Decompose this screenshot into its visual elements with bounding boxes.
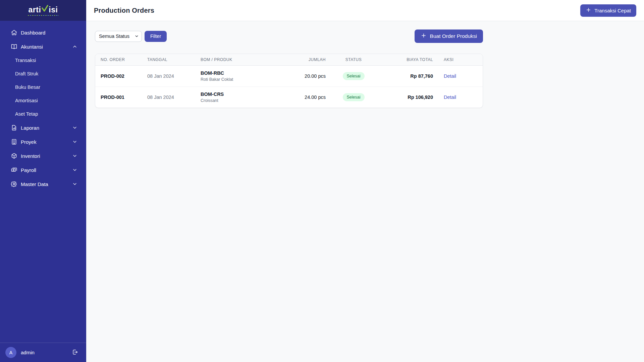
logout-button[interactable] <box>72 349 78 356</box>
gear-icon <box>11 181 17 187</box>
toolbar: Semua Status Filter Buat Order Produks <box>95 29 483 43</box>
page-content: Semua Status Filter Buat Order Produks <box>86 21 644 362</box>
status-filter-wrap: Semua Status <box>95 31 142 42</box>
filter-button[interactable]: Filter <box>145 31 167 42</box>
produk-name: Roti Bakar Coklat <box>201 77 289 82</box>
sidebar-item-laporan[interactable]: Laporan <box>0 121 86 135</box>
sidebar-item-label: Laporan <box>21 125 39 131</box>
sidebar: arti isi Dashboard <box>0 0 86 362</box>
chevron-up-icon <box>72 44 77 49</box>
sidebar-item-label: Proyek <box>21 139 37 145</box>
col-header-bom-produk: BOM / PRODUK <box>195 54 294 66</box>
chevron-down-icon <box>72 139 77 144</box>
cell-biaya-total: Rp 106,920 <box>376 87 438 108</box>
logout-icon <box>72 349 78 356</box>
cell-aksi: Detail <box>438 87 483 108</box>
app-window: arti isi Dashboard <box>0 0 644 362</box>
sidebar-item-payroll[interactable]: Payroll <box>0 163 86 177</box>
cell-bom-produk: BOM-RBC Roti Bakar Coklat <box>195 66 294 87</box>
page-title: Production Orders <box>94 7 154 14</box>
building-icon <box>11 138 17 145</box>
table-row: PROD-001 08 Jan 2024 BOM-CRS Croissant 2… <box>95 87 483 108</box>
logo-tagline <box>28 15 59 16</box>
bom-code: BOM-CRS <box>201 92 289 97</box>
status-badge: Selesai <box>343 72 365 80</box>
akuntansi-submenu: Transaksi Draft Struk Buku Besar Amortis… <box>0 54 86 121</box>
col-header-biaya-total: BIAYA TOTAL <box>376 54 438 66</box>
orders-table-card: NO. ORDER TANGGAL BOM / PRODUK JUMLAH ST… <box>95 54 483 108</box>
sidebar-item-dashboard[interactable]: Dashboard <box>0 25 86 40</box>
logo-text: arti isi <box>29 5 58 14</box>
chevron-down-icon <box>72 167 77 173</box>
transaksi-cepat-label: Transaksi Cepat <box>594 8 631 13</box>
status-badge: Selesai <box>343 93 365 102</box>
sidebar-item-label: Inventori <box>21 153 40 159</box>
col-header-jumlah: JUMLAH <box>294 54 331 66</box>
col-header-aksi: AKSI <box>438 54 483 66</box>
cell-jumlah: 20.00 pcs <box>294 66 331 87</box>
sidebar-item-label: Master Data <box>21 181 48 187</box>
username-label: admin <box>21 350 35 355</box>
cell-tanggal: 08 Jan 2024 <box>142 66 195 87</box>
col-header-no-order: NO. ORDER <box>95 54 142 66</box>
sidebar-item-aset-tetap[interactable]: Aset Tetap <box>0 107 86 121</box>
sidebar-item-label: Dashboard <box>21 30 45 36</box>
chevron-down-icon <box>72 125 77 130</box>
cell-biaya-total: Rp 87,760 <box>376 66 438 87</box>
banknotes-icon <box>11 167 17 173</box>
home-icon <box>11 29 17 36</box>
top-header: Production Orders Transaksi Cepat <box>86 0 644 21</box>
transaksi-cepat-button[interactable]: Transaksi Cepat <box>580 4 636 17</box>
sidebar-item-akuntansi[interactable]: Akuntansi <box>0 40 86 54</box>
col-header-status: STATUS <box>331 54 376 66</box>
cube-icon <box>11 153 17 159</box>
sidebar-item-draft-struk[interactable]: Draft Struk <box>0 67 86 80</box>
cell-status: Selesai <box>331 66 376 87</box>
document-chart-icon <box>11 124 17 131</box>
orders-table: NO. ORDER TANGGAL BOM / PRODUK JUMLAH ST… <box>95 54 483 108</box>
status-filter-select[interactable]: Semua Status <box>95 31 142 42</box>
sidebar-item-master-data[interactable]: Master Data <box>0 177 86 191</box>
sidebar-item-inventori[interactable]: Inventori <box>0 149 86 163</box>
cell-no-order: PROD-002 <box>95 66 142 87</box>
book-open-icon <box>11 43 17 50</box>
sidebar-item-proyek[interactable]: Proyek <box>0 135 86 149</box>
avatar: A <box>5 347 16 358</box>
cell-bom-produk: BOM-CRS Croissant <box>195 87 294 108</box>
col-header-tanggal: TANGGAL <box>142 54 195 66</box>
sidebar-item-label: Payroll <box>21 167 36 173</box>
table-header-row: NO. ORDER TANGGAL BOM / PRODUK JUMLAH ST… <box>95 54 483 66</box>
sidebar-user-section: A admin <box>0 343 86 362</box>
app-logo: arti isi <box>0 0 86 21</box>
cell-no-order: PROD-001 <box>95 87 142 108</box>
chevron-down-icon <box>72 153 77 159</box>
sidebar-item-transaksi[interactable]: Transaksi <box>0 54 86 67</box>
cell-tanggal: 08 Jan 2024 <box>142 87 195 108</box>
buat-order-produksi-button[interactable]: Buat Order Produksi <box>415 29 483 43</box>
sidebar-nav: Dashboard Akuntansi Transaksi Draft Stru… <box>0 21 86 343</box>
cell-aksi: Detail <box>438 66 483 87</box>
logo-part1: arti <box>29 6 41 14</box>
table-row: PROD-002 08 Jan 2024 BOM-RBC Roti Bakar … <box>95 66 483 87</box>
orders-tbody: PROD-002 08 Jan 2024 BOM-RBC Roti Bakar … <box>95 66 483 108</box>
sidebar-item-amortisasi[interactable]: Amortisasi <box>0 94 86 107</box>
logo-part2: isi <box>49 6 58 14</box>
bom-code: BOM-RBC <box>201 70 289 76</box>
buat-order-produksi-label: Buat Order Produksi <box>430 33 477 39</box>
detail-link[interactable]: Detail <box>444 95 456 100</box>
detail-link[interactable]: Detail <box>444 73 456 79</box>
cell-status: Selesai <box>331 87 376 108</box>
sidebar-item-buku-besar[interactable]: Buku Besar <box>0 80 86 94</box>
plus-icon <box>421 33 427 40</box>
chevron-down-icon <box>72 181 77 187</box>
logo-check-icon <box>42 5 48 13</box>
plus-icon <box>586 7 591 14</box>
main-area: Production Orders Transaksi Cepat Semua … <box>86 0 644 362</box>
cell-jumlah: 24.00 pcs <box>294 87 331 108</box>
sidebar-item-label: Akuntansi <box>21 44 43 50</box>
produk-name: Croissant <box>201 98 289 103</box>
